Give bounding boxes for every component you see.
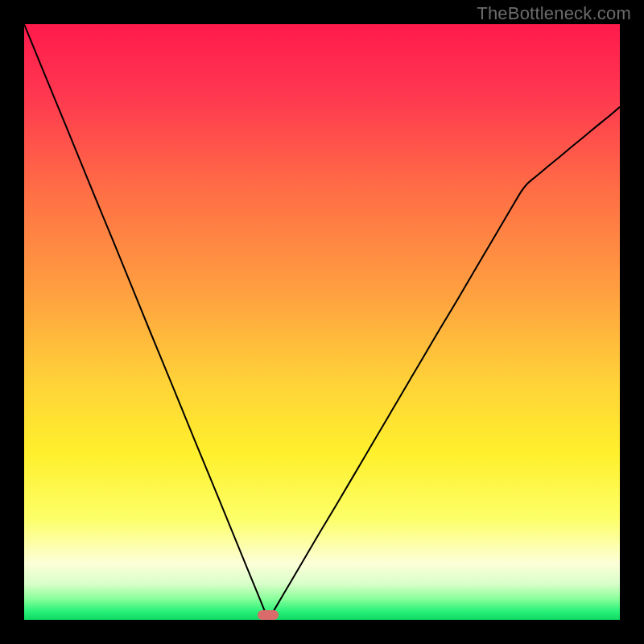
plot-area bbox=[24, 24, 620, 620]
chart-frame: TheBottleneck.com bbox=[0, 0, 644, 644]
bottleneck-curve bbox=[24, 24, 620, 620]
optimum-marker bbox=[258, 610, 279, 620]
watermark-text: TheBottleneck.com bbox=[477, 3, 631, 24]
